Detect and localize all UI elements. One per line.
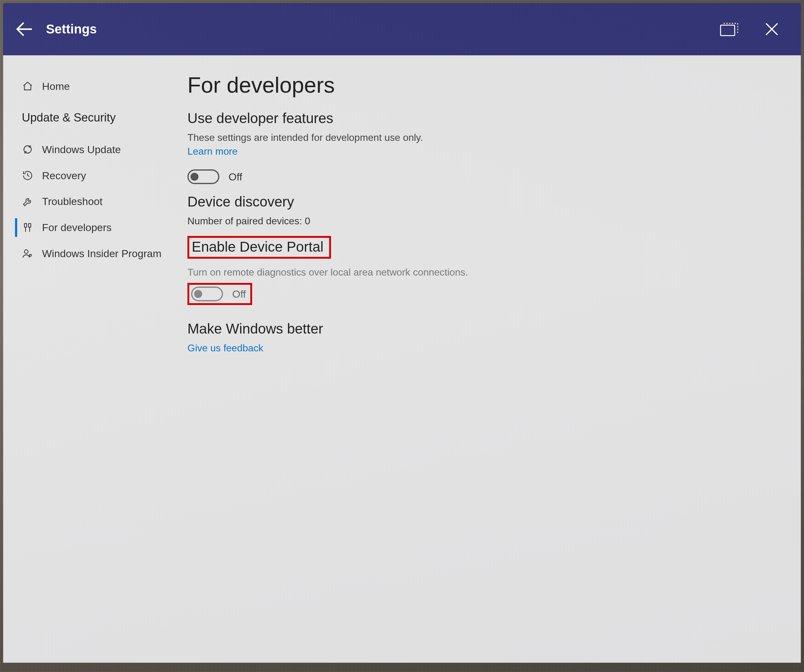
developer-features-toggle-label: Off xyxy=(229,171,242,183)
svg-rect-6 xyxy=(25,223,27,227)
page-title: For developers xyxy=(188,72,782,98)
arrow-left-icon xyxy=(13,18,36,40)
developer-features-desc: These settings are intended for developm… xyxy=(188,132,782,143)
follow-me-button[interactable] xyxy=(718,18,740,40)
device-portal-toggle-label: Off xyxy=(232,288,246,300)
section-feedback-heading: Make Windows better xyxy=(188,320,782,337)
sidebar-home-label: Home xyxy=(42,80,163,93)
sidebar-item-label: Windows Insider Program xyxy=(42,247,163,260)
sidebar-item-for-developers[interactable]: For developers xyxy=(3,214,175,240)
annotation-highlight-portal-toggle: Off xyxy=(188,283,252,305)
developer-features-toggle[interactable] xyxy=(188,169,219,184)
learn-more-link[interactable]: Learn more xyxy=(188,146,238,157)
history-icon xyxy=(22,170,33,181)
content-area: For developers Use developer features Th… xyxy=(175,56,801,662)
sidebar: Home Update & Security Windows Update xyxy=(3,56,175,662)
svg-rect-1 xyxy=(721,25,735,36)
back-button[interactable] xyxy=(3,18,46,40)
sidebar-item-windows-update[interactable]: Windows Update xyxy=(3,137,175,163)
section-device-portal-heading: Enable Device Portal xyxy=(192,239,324,255)
close-button[interactable] xyxy=(761,18,783,40)
section-developer-features-heading: Use developer features xyxy=(188,110,782,126)
svg-point-10 xyxy=(25,250,28,253)
section-device-discovery-heading: Device discovery xyxy=(188,193,782,210)
developer-icon xyxy=(22,222,33,234)
device-portal-desc: Turn on remote diagnostics over local ar… xyxy=(188,267,782,278)
people-icon xyxy=(22,248,33,259)
window-title: Settings xyxy=(46,22,97,36)
refresh-icon xyxy=(22,144,33,155)
sidebar-item-troubleshoot[interactable]: Troubleshoot xyxy=(3,188,175,214)
sidebar-category: Update & Security xyxy=(3,102,175,137)
titlebar: Settings xyxy=(3,3,801,55)
sidebar-item-label: Recovery xyxy=(42,169,163,182)
toggle-knob xyxy=(191,173,198,181)
toggle-knob xyxy=(194,290,202,298)
settings-panel: Home Update & Security Windows Update xyxy=(3,55,801,663)
sidebar-item-label: Troubleshoot xyxy=(42,195,163,208)
sidebar-item-windows-insider[interactable]: Windows Insider Program xyxy=(3,240,175,267)
sidebar-item-recovery[interactable]: Recovery xyxy=(3,163,175,189)
give-feedback-link[interactable]: Give us feedback xyxy=(188,342,263,354)
annotation-highlight-portal-heading: Enable Device Portal xyxy=(188,236,331,259)
svg-rect-7 xyxy=(29,223,31,227)
sidebar-home[interactable]: Home xyxy=(3,77,175,102)
wrench-icon xyxy=(22,196,33,208)
app-window: Settings xyxy=(0,0,804,672)
paired-devices-count: Number of paired devices: 0 xyxy=(188,216,782,227)
close-icon xyxy=(763,21,780,38)
sidebar-item-label: Windows Update xyxy=(42,143,163,156)
slate-icon xyxy=(719,21,739,38)
home-icon xyxy=(22,80,33,92)
titlebar-actions xyxy=(718,18,801,40)
device-portal-toggle[interactable] xyxy=(191,286,223,301)
sidebar-item-label: For developers xyxy=(42,221,163,234)
svg-point-11 xyxy=(29,254,32,257)
device-portal-toggle-row: Off xyxy=(191,286,246,301)
developer-features-toggle-row: Off xyxy=(188,169,782,184)
